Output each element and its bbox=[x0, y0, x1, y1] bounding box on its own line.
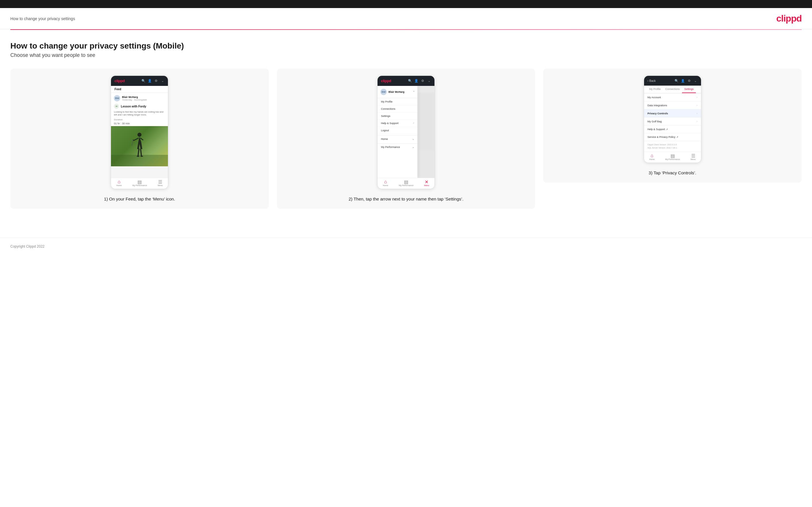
steps-container: clippd 🔍 👤 ⚙ ⌄ Feed BM bbox=[10, 69, 802, 209]
menu-item-my-profile: My Profile bbox=[377, 98, 418, 105]
nav-menu-2: ✕ Menu bbox=[424, 180, 429, 186]
nav-performance-label: My Performance bbox=[132, 184, 147, 186]
tab-my-profile: My Profile bbox=[647, 86, 663, 93]
settings-icon-3: ⚙ bbox=[687, 79, 691, 83]
logo: clippd bbox=[776, 13, 802, 24]
phone-3-header: ‹ Back 🔍 👤 ⚙ ⌄ bbox=[644, 76, 701, 86]
phone-3-bottom-nav: ⌂ Home ▤ My Performance ☰ Menu bbox=[644, 152, 701, 163]
nav-menu-label-3: Menu bbox=[691, 158, 696, 160]
menu-connections-label: Connections bbox=[381, 107, 395, 110]
menu-item-settings: Settings bbox=[377, 113, 418, 120]
phone-1-icons: 🔍 👤 ⚙ ⌄ bbox=[142, 79, 164, 83]
post-card: BM Blair McHarg Yesterday · Sunningdale … bbox=[111, 93, 168, 166]
settings-item-help: Help & Support ↗ bbox=[644, 125, 701, 133]
phone-3-icons: 🔍 👤 ⚙ ⌄ bbox=[674, 79, 698, 83]
my-account-label: My Account bbox=[648, 96, 661, 99]
menu-item-connections: Connections bbox=[377, 105, 418, 113]
post-duration: Duration bbox=[111, 118, 168, 122]
nav-menu: ☰ Menu bbox=[158, 180, 163, 186]
top-bar bbox=[0, 0, 812, 8]
search-icon-3: 🔍 bbox=[674, 79, 678, 83]
post-time: 01 hr : 30 min bbox=[111, 122, 168, 126]
external-icon-privacy: ↗ bbox=[676, 136, 678, 138]
menu-icon-3: ☰ bbox=[691, 154, 696, 158]
nav-home-label-3: Home bbox=[649, 158, 655, 160]
feed-tab: Feed bbox=[111, 86, 168, 93]
version-line-2: SQL Server Version: 2022.7.30-1 bbox=[648, 147, 698, 150]
phone-2-bottom-nav: ⌂ Home ▤ My Performance ✕ Menu bbox=[377, 178, 435, 189]
menu-section-home-label: Home bbox=[381, 137, 388, 140]
settings-item-privacy-controls: Privacy Controls › bbox=[644, 109, 701, 117]
chevron-up-icon: ⌃ bbox=[413, 91, 415, 94]
settings-version: Clippd Client Version: 2022.8.3-3 SQL Se… bbox=[644, 141, 701, 152]
menu-avatar: BM bbox=[380, 89, 387, 95]
step-3-card: ‹ Back 🔍 👤 ⚙ ⌄ My Profile Connections Se… bbox=[543, 69, 802, 183]
header-title: How to change your privacy settings bbox=[10, 16, 75, 21]
avatar: BM bbox=[114, 95, 120, 101]
data-integrations-label: Data Integrations bbox=[648, 104, 667, 107]
chevron-right-integrations: › bbox=[697, 104, 697, 107]
nav-home: ⌂ Home bbox=[116, 180, 122, 186]
phone-1-body: Feed BM Blair McHarg Yesterday · Sunning… bbox=[111, 86, 168, 178]
back-label: Back bbox=[649, 79, 656, 82]
menu-section-home: Home ⌄ bbox=[377, 135, 418, 142]
chevron-down-icon: ⌄ bbox=[160, 79, 164, 83]
golfer-figure bbox=[130, 132, 150, 161]
settings-item-my-account: My Account › bbox=[644, 93, 701, 101]
nav-performance-label-3: My Performance bbox=[665, 158, 680, 160]
chevron-right-privacy: › bbox=[697, 112, 697, 115]
svg-point-0 bbox=[138, 133, 142, 137]
performance-icon: ▤ bbox=[138, 180, 142, 184]
user-icon: 👤 bbox=[148, 79, 152, 83]
user-icon-3: 👤 bbox=[681, 79, 685, 83]
menu-my-profile-label: My Profile bbox=[381, 100, 393, 103]
step-1-card: clippd 🔍 👤 ⚙ ⌄ Feed BM bbox=[10, 69, 269, 209]
menu-panel: BM Blair McHarg ⌃ My Profile Connections bbox=[377, 86, 418, 178]
menu-item-logout: Logout bbox=[377, 127, 418, 134]
nav-home-label-2: Home bbox=[383, 184, 388, 186]
menu-username: Blair McHarg bbox=[389, 91, 405, 93]
step-3-caption: 3) Tap ‘Privacy Controls’. bbox=[649, 170, 697, 176]
step-2-phone: clippd 🔍 👤 ⚙ ⌄ Feed bbox=[377, 75, 435, 189]
main-content: How to change your privacy settings (Mob… bbox=[0, 30, 812, 226]
header: How to change your privacy settings clip… bbox=[0, 8, 812, 29]
post-header: BM Blair McHarg Yesterday · Sunningdale bbox=[111, 93, 168, 103]
nav-performance-3: ▤ My Performance bbox=[665, 154, 680, 160]
settings-item-service-privacy: Service & Privacy Policy ↗ bbox=[644, 133, 701, 141]
phone-1-header: clippd 🔍 👤 ⚙ ⌄ bbox=[111, 76, 168, 86]
home-icon-2: ⌂ bbox=[383, 180, 388, 184]
menu-overlay: BM Blair McHarg ⌃ My Profile Connections bbox=[377, 86, 435, 178]
settings-icon: ⚙ bbox=[154, 79, 158, 83]
chevron-right-golf-bag: › bbox=[697, 120, 697, 123]
nav-menu-label-2: Menu bbox=[424, 184, 429, 186]
chevron-down-icon-2: ⌄ bbox=[427, 79, 431, 83]
version-line-1: Clippd Client Version: 2022.8.3-3 bbox=[648, 143, 698, 147]
nav-home-2: ⌂ Home bbox=[383, 180, 388, 186]
nav-home-3: ⌂ Home bbox=[649, 154, 655, 160]
copyright: Copyright Clippd 2022 bbox=[10, 244, 45, 248]
nav-home-label: Home bbox=[116, 184, 122, 186]
help-support-link: Help & Support ↗ bbox=[648, 128, 668, 131]
home-icon: ⌂ bbox=[117, 180, 121, 184]
phone-2-icons: 🔍 👤 ⚙ ⌄ bbox=[408, 79, 431, 83]
settings-item-golf-bag: My Golf Bag › bbox=[644, 117, 701, 125]
menu-right-blur bbox=[417, 86, 435, 178]
settings-icon-2: ⚙ bbox=[421, 79, 425, 83]
footer: Copyright Clippd 2022 bbox=[0, 237, 812, 255]
privacy-controls-label: Privacy Controls bbox=[648, 112, 668, 115]
external-icon-help: ↗ bbox=[666, 128, 668, 131]
settings-tabs: My Profile Connections Settings bbox=[644, 86, 701, 93]
post-lesson-header: ✉ Lesson with Fordy bbox=[111, 103, 168, 110]
golf-image bbox=[111, 126, 168, 166]
post-username: Blair McHarg bbox=[122, 96, 165, 99]
lesson-title: Lesson with Fordy bbox=[121, 105, 146, 108]
search-icon-2: 🔍 bbox=[408, 79, 412, 83]
user-icon-2: 👤 bbox=[414, 79, 418, 83]
page-heading: How to change your privacy settings (Mob… bbox=[10, 41, 802, 51]
performance-icon-3: ▤ bbox=[670, 154, 675, 158]
phone-2-body: Feed BM Blair McHarg ⌃ bbox=[377, 86, 435, 178]
menu-section-perf-label: My Performance bbox=[381, 146, 400, 149]
phone-2-logo: clippd bbox=[381, 79, 391, 83]
performance-icon-2: ▤ bbox=[404, 180, 409, 184]
chevron-down-icon-3: ⌄ bbox=[694, 79, 698, 83]
